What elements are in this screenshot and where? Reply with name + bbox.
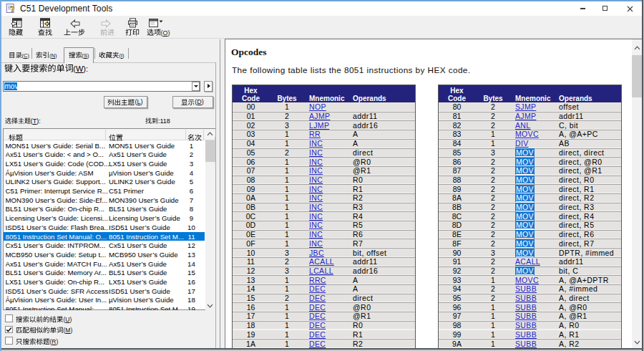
svg-text:?: ?: [10, 4, 15, 14]
